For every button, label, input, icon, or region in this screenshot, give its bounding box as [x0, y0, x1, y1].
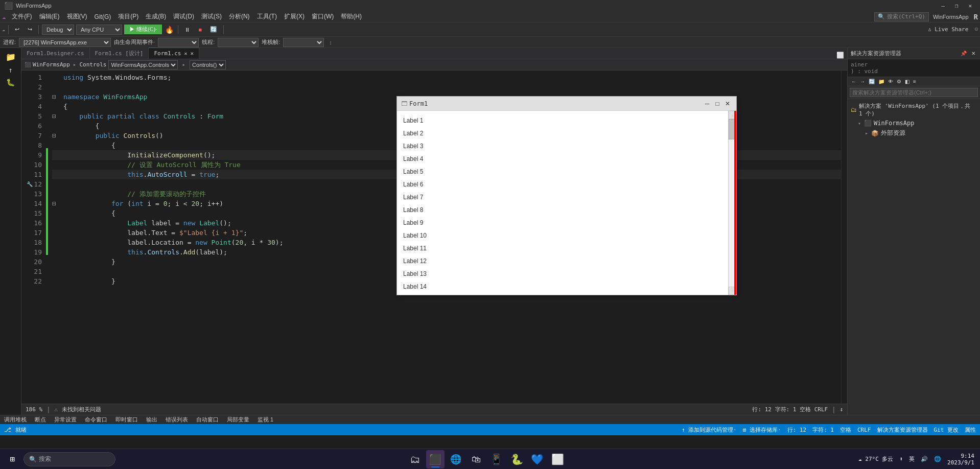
sol-refresh-btn[interactable]: 🔄 — [867, 78, 876, 85]
fold-icon-14[interactable]: ⊟ — [52, 199, 60, 208]
thread-select[interactable] — [218, 38, 259, 47]
select-repo[interactable]: ⊞ 选择存储库· — [743, 426, 781, 434]
event-select[interactable] — [158, 38, 199, 47]
redo-button[interactable]: ↪ — [25, 25, 35, 34]
menu-extensions[interactable]: 扩展(X) — [281, 11, 308, 22]
form-close-btn[interactable]: ✕ — [723, 99, 732, 108]
start-button[interactable]: ⊞ — [4, 451, 20, 467]
tab-form1cs[interactable]: Form1.cs ✕ ✕ — [149, 48, 199, 59]
nav-class-select[interactable]: WinFormsApp.Controls — [108, 60, 178, 69]
sol-folder-btn[interactable]: 📁 — [877, 78, 886, 85]
rp-close-btn[interactable]: ✕ — [970, 50, 977, 57]
taskbar-store[interactable]: 🛍 — [467, 450, 485, 468]
solution-search-input[interactable] — [850, 88, 978, 97]
form-restore-btn[interactable]: □ — [713, 99, 722, 108]
btn-locals[interactable]: 局部变量 — [226, 416, 250, 424]
form-minimize-btn[interactable]: ─ — [703, 99, 712, 108]
menu-view[interactable]: 视图(V) — [64, 11, 90, 22]
taskbar-phone[interactable]: 📱 — [487, 450, 506, 468]
menu-debug[interactable]: 调试(D) — [170, 11, 197, 22]
menu-project[interactable]: 项目(P) — [115, 11, 142, 22]
undo-button[interactable]: ↩ — [12, 25, 22, 34]
git-changes-btn[interactable]: Git 更改 — [934, 426, 959, 434]
restore-button[interactable]: ❐ — [951, 3, 963, 9]
stop-button[interactable]: ■ — [195, 26, 205, 34]
btn-immediate[interactable]: 即时窗口 — [114, 416, 139, 424]
split-btn[interactable]: ⬜ — [836, 52, 844, 59]
form1-window[interactable]: 🗖 Form1 ─ □ ✕ Label 1 Label 2 Label 3 La… — [396, 96, 737, 295]
taskbar-files[interactable]: 🗂 — [406, 450, 424, 468]
process-select[interactable]: [2276] WinFormsApp.exe — [19, 38, 111, 47]
stack-select[interactable] — [283, 38, 324, 47]
menu-tools[interactable]: 工具(T) — [254, 11, 280, 22]
tree-external[interactable]: ▸ 📦 外部资源 — [848, 128, 980, 138]
taskbar-blue[interactable]: 💙 — [528, 450, 547, 468]
fold-icon-7[interactable]: ⊟ — [52, 131, 60, 140]
taskbar-python[interactable]: 🐍 — [508, 450, 526, 468]
tab-designer[interactable]: Form1.Designer.cs — [21, 48, 90, 59]
gutter-explorer-icon[interactable]: 📁 — [6, 52, 16, 62]
add-to-source[interactable]: ↑ 添加到源代码管理· — [682, 426, 737, 434]
sol-preview-btn[interactable]: ◧ — [903, 78, 911, 85]
editor-scrollbar[interactable] — [841, 71, 847, 404]
menu-help[interactable]: 帮助(H) — [338, 11, 365, 22]
status-right: ↑ 添加到源代码管理· ⊞ 选择存储库· 行: 12 字符: 1 空格 CRLF… — [682, 426, 976, 434]
btn-watch1[interactable]: 监视 1 — [256, 416, 274, 424]
pause-button[interactable]: ⏸ — [181, 26, 193, 34]
nav-method-select[interactable]: Controls() — [190, 60, 226, 69]
sol-fwd-btn[interactable]: → — [858, 78, 867, 85]
tab-form1cs-label: Form1.cs — [154, 50, 181, 57]
network-icon[interactable]: 🌐 — [932, 456, 943, 462]
menu-test[interactable]: 测试(S) — [198, 11, 225, 22]
minimize-button[interactable]: — — [937, 3, 949, 9]
sol-back-btn[interactable]: ← — [850, 78, 858, 85]
btn-callstack[interactable]: 调用堆栈 — [3, 416, 28, 424]
sol-show-all-btn[interactable]: 👁 — [886, 78, 895, 85]
btn-command[interactable]: 命令窗口 — [84, 416, 108, 424]
sol-filter-btn[interactable]: ⚙ — [895, 78, 903, 85]
menu-edit[interactable]: 编辑(E) — [36, 11, 63, 22]
status-space: 空格 — [840, 426, 851, 434]
tree-solution[interactable]: 🗂 解决方案 'WinFormsApp' (1 个项目，共 1 个) — [848, 101, 980, 119]
btn-breakpoints[interactable]: 断点 — [34, 416, 47, 424]
btn-output[interactable]: 输出 — [145, 416, 158, 424]
menu-file[interactable]: 文件(F) — [9, 11, 35, 22]
label-7: Label 7 — [403, 191, 722, 203]
live-share-btn[interactable]: ♙ Live Share — [928, 26, 968, 33]
datetime[interactable]: 9:14 2023/9/1 — [946, 453, 976, 466]
fold-icon-3[interactable]: ⊟ — [52, 92, 60, 102]
menu-analyze[interactable]: 分析(N) — [226, 11, 253, 22]
taskbar-gray[interactable]: ⬜ — [549, 450, 567, 468]
fold-icon-5[interactable]: ⊟ — [52, 111, 60, 121]
language-btn[interactable]: 英 — [907, 455, 916, 463]
gutter-git-icon[interactable]: ↑ — [8, 66, 12, 74]
tab-design[interactable]: Form1.cs [设计] — [90, 48, 149, 59]
toolbar-sep3 — [178, 25, 178, 34]
sol-more-btn[interactable]: ≡ — [912, 78, 918, 85]
taskbar-search-text: 搜索 — [39, 455, 51, 463]
debug-config-select[interactable]: Debug — [42, 25, 74, 35]
nav-controls[interactable]: Controls — [79, 61, 106, 68]
btn-errorlist[interactable]: 错误列表 — [165, 416, 189, 424]
menu-git[interactable]: Git(G) — [91, 12, 114, 21]
restart-button[interactable]: 🔄 — [207, 25, 220, 34]
menu-window[interactable]: 窗口(W) — [309, 11, 337, 22]
props-btn[interactable]: 属性 — [965, 426, 976, 434]
menu-build[interactable]: 生成(B) — [143, 11, 169, 22]
taskbar-edge[interactable]: 🌐 — [447, 450, 465, 468]
gutter-debug-icon[interactable]: 🐛 — [6, 78, 15, 86]
tree-project[interactable]: ▾ ⬛ WinFormsApp — [848, 119, 980, 128]
sol-exp-btn[interactable]: 解决方案资源管理器 — [877, 426, 928, 434]
taskbar: ⊞ 🔍 搜索 🗂 ⬛ 🌐 🛍 📱 🐍 💙 ⬜ ☁ 27°C 多云 ⬆ 英 🔊 — [0, 449, 980, 469]
btn-exceptions[interactable]: 异常设置 — [53, 416, 78, 424]
btn-auto[interactable]: 自动窗口 — [195, 416, 220, 424]
taskbar-vs[interactable]: ⬛ — [426, 450, 445, 468]
process-label: 进程: — [3, 38, 16, 46]
cpu-select[interactable]: Any CPU — [76, 25, 122, 35]
volume-icon[interactable]: 🔊 — [919, 456, 929, 462]
rp-pin-btn[interactable]: 📌 — [959, 50, 968, 57]
label-12: Label 12 — [403, 254, 722, 267]
taskbar-search[interactable]: 🔍 搜索 — [24, 452, 115, 466]
close-button[interactable]: ✕ — [964, 3, 976, 9]
run-button[interactable]: ▶ 继续(C)· — [124, 25, 162, 34]
